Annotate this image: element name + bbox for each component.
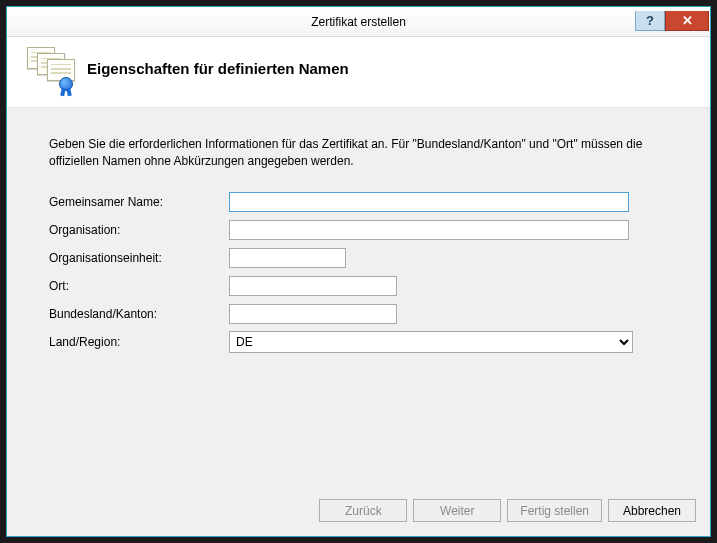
finish-button[interactable]: Fertig stellen bbox=[507, 499, 602, 522]
page-heading: Eigenschaften für definierten Namen bbox=[87, 60, 349, 77]
next-button[interactable]: Weiter bbox=[413, 499, 501, 522]
wizard-header: Eigenschaften für definierten Namen bbox=[7, 37, 710, 108]
cancel-button[interactable]: Abbrechen bbox=[608, 499, 696, 522]
organisation-field[interactable] bbox=[229, 220, 629, 240]
titlebar: Zertifikat erstellen ? ✕ bbox=[7, 7, 710, 37]
certificate-icon bbox=[27, 47, 73, 89]
close-button[interactable]: ✕ bbox=[665, 11, 709, 31]
wizard-footer: Zurück Weiter Fertig stellen Abbrechen bbox=[7, 487, 710, 536]
common-name-field[interactable] bbox=[229, 192, 629, 212]
state-field[interactable] bbox=[229, 304, 397, 324]
dialog-window: Zertifikat erstellen ? ✕ Eigenschaften f… bbox=[6, 6, 711, 537]
help-button[interactable]: ? bbox=[635, 11, 665, 31]
window-title: Zertifikat erstellen bbox=[7, 15, 710, 29]
label-common-name: Gemeinsamer Name: bbox=[49, 195, 229, 209]
city-field[interactable] bbox=[229, 276, 397, 296]
label-city: Ort: bbox=[49, 279, 229, 293]
description-text: Geben Sie die erforderlichen Information… bbox=[49, 136, 668, 171]
label-org-unit: Organisationseinheit: bbox=[49, 251, 229, 265]
back-button[interactable]: Zurück bbox=[319, 499, 407, 522]
label-organisation: Organisation: bbox=[49, 223, 229, 237]
country-select[interactable]: DE bbox=[229, 331, 633, 353]
close-icon: ✕ bbox=[682, 13, 693, 28]
label-country: Land/Region: bbox=[49, 335, 229, 349]
org-unit-field[interactable] bbox=[229, 248, 346, 268]
label-state: Bundesland/Kanton: bbox=[49, 307, 229, 321]
